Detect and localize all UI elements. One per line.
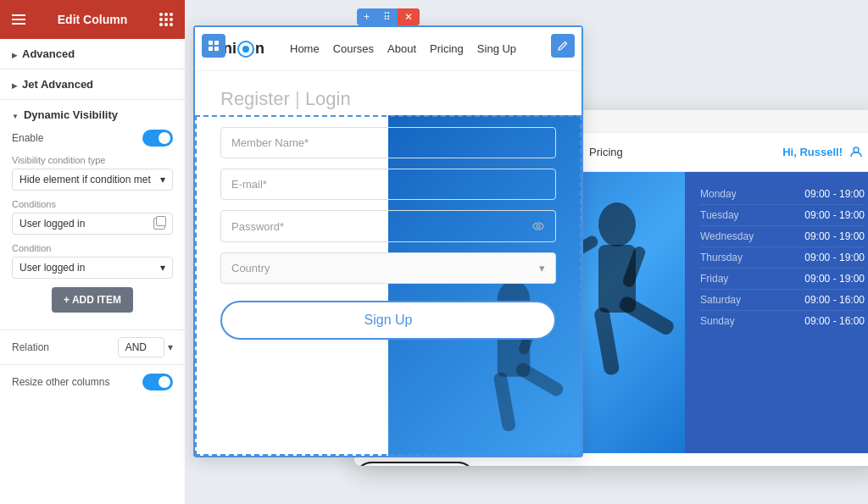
svg-point-17 bbox=[533, 223, 543, 230]
pencil-edit-btn[interactable] bbox=[551, 34, 575, 58]
canvas-nav: Uni n Home Courses About Pricing Sing Up bbox=[195, 27, 581, 71]
pencil-icon bbox=[557, 40, 569, 52]
resize-toggle[interactable] bbox=[142, 374, 173, 390]
canvas-nav-home[interactable]: Home bbox=[290, 42, 320, 55]
relation-select[interactable]: AND bbox=[118, 337, 164, 357]
schedule-friday: Friday 09:00 - 19:00 bbox=[700, 269, 865, 290]
grid-icon[interactable] bbox=[159, 13, 173, 26]
canvas-form-inner: Register | Login Member Name* E-mail* Pa… bbox=[195, 71, 581, 357]
arrow-right-icon bbox=[12, 47, 17, 60]
dynamic-visibility-section: Dynamic Visibility Enable Visibility con… bbox=[0, 100, 185, 330]
builder-canvas: + ⠿ ✕ Uni n H bbox=[193, 25, 583, 457]
chevron-down-icon-3: ▾ bbox=[168, 341, 173, 353]
panel-title: Edit Column bbox=[58, 13, 127, 26]
arrow-down-icon bbox=[12, 108, 19, 121]
visibility-condition-label: Visibility condition type bbox=[12, 155, 173, 165]
schedule-wednesday: Wednesday 09:00 - 19:00 bbox=[700, 226, 865, 247]
left-panel: Edit Column Advanced Jet Advanced Dynami… bbox=[0, 0, 185, 504]
sign-up-button[interactable]: Sign Up bbox=[220, 301, 556, 340]
canvas-nav-links: Home Courses About Pricing Sing Up bbox=[290, 42, 516, 55]
canvas-form: Register | Login Member Name* E-mail* Pa… bbox=[195, 71, 581, 357]
enable-row: Enable bbox=[12, 130, 173, 147]
preview-nav-greeting: Hi, Russell! bbox=[782, 146, 863, 159]
conditions-label: Conditions bbox=[12, 199, 173, 209]
country-select[interactable]: Country ▾ bbox=[220, 252, 556, 284]
eye-icon bbox=[531, 219, 545, 233]
copy-icon bbox=[153, 218, 165, 230]
advanced-section[interactable]: Advanced bbox=[0, 39, 185, 69]
preview-nav-pricing[interactable]: Pricing bbox=[589, 146, 623, 158]
toolbar-close-btn[interactable]: ✕ bbox=[398, 8, 420, 25]
svg-rect-9 bbox=[209, 47, 213, 51]
resize-label: Resize other columns bbox=[12, 376, 109, 388]
relation-row: Relation AND ▾ bbox=[0, 330, 185, 365]
form-title: Register | Login bbox=[220, 88, 556, 110]
schedule-thursday: Thursday 09:00 - 19:00 bbox=[700, 247, 865, 269]
svg-point-0 bbox=[854, 147, 859, 152]
canvas-form-container: Register | Login Member Name* E-mail* Pa… bbox=[195, 71, 581, 456]
member-name-input[interactable]: Member Name* bbox=[220, 127, 556, 158]
add-item-button[interactable]: + ADD ITEM bbox=[52, 287, 133, 313]
canvas-nav-pricing[interactable]: Pricing bbox=[430, 42, 464, 55]
schedule-monday: Monday 09:00 - 19:00 bbox=[700, 184, 865, 205]
grid-layout-icon bbox=[208, 40, 220, 52]
dynamic-visibility-header[interactable]: Dynamic Visibility bbox=[12, 108, 173, 130]
conditions-block: Conditions User logged in bbox=[12, 199, 173, 235]
edit-overlay-btn[interactable] bbox=[202, 34, 225, 58]
svg-rect-15 bbox=[493, 372, 517, 433]
resize-row: Resize other columns bbox=[0, 365, 185, 399]
svg-rect-10 bbox=[214, 47, 219, 51]
svg-rect-6 bbox=[617, 294, 676, 337]
enable-label: Enable bbox=[12, 132, 43, 144]
toolbar-move-btn[interactable]: ⠿ bbox=[376, 8, 398, 25]
toolbar-add-btn[interactable]: + bbox=[357, 8, 376, 25]
add-item-container: + ADD ITEM bbox=[12, 287, 173, 330]
condition-select[interactable]: User logged in ▾ bbox=[12, 257, 173, 279]
condition-block: Condition User logged in ▾ bbox=[12, 243, 173, 279]
svg-rect-5 bbox=[593, 307, 620, 376]
svg-point-1 bbox=[598, 202, 636, 246]
condition-label: Condition bbox=[12, 243, 173, 253]
chevron-down-icon-2: ▾ bbox=[160, 262, 165, 274]
svg-rect-16 bbox=[514, 361, 565, 398]
email-input[interactable]: E-mail* bbox=[220, 169, 556, 200]
arrow-right-icon-2 bbox=[12, 78, 17, 91]
canvas-logo-circle bbox=[237, 41, 254, 58]
hamburger-icon[interactable] bbox=[12, 14, 25, 25]
jet-advanced-label[interactable]: Jet Advanced bbox=[12, 78, 173, 91]
relation-label: Relation bbox=[12, 341, 49, 353]
schedule-saturday: Saturday 09:00 - 16:00 bbox=[700, 290, 865, 311]
dropdown-arrow-icon: ▾ bbox=[539, 262, 545, 274]
visibility-condition-type-block: Visibility condition type Hide element i… bbox=[12, 155, 173, 191]
canvas-toolbar: + ⠿ ✕ bbox=[357, 8, 420, 25]
canvas-nav-courses[interactable]: Courses bbox=[333, 42, 374, 55]
continue-button[interactable]: Continue → bbox=[354, 462, 476, 466]
svg-rect-7 bbox=[209, 41, 213, 45]
main-area: Uni n Home Courses About Pricing Hi, Rus… bbox=[185, 0, 868, 504]
chevron-down-icon: ▾ bbox=[160, 174, 165, 186]
visibility-condition-select[interactable]: Hide element if condition met ▾ bbox=[12, 169, 173, 191]
schedule-card: Monday 09:00 - 19:00 Tuesday 09:00 - 19:… bbox=[685, 172, 868, 453]
canvas-nav-signup[interactable]: Sing Up bbox=[477, 42, 516, 55]
schedule-sunday: Sunday 09:00 - 16:00 bbox=[700, 311, 865, 331]
user-icon bbox=[849, 146, 863, 159]
svg-point-18 bbox=[537, 224, 540, 228]
password-input[interactable]: Password* bbox=[220, 210, 556, 242]
advanced-label[interactable]: Advanced bbox=[12, 47, 173, 60]
jet-advanced-section[interactable]: Jet Advanced bbox=[0, 69, 185, 100]
schedule-tuesday: Tuesday 09:00 - 19:00 bbox=[700, 205, 865, 226]
panel-header: Edit Column bbox=[0, 0, 185, 39]
canvas-nav-about[interactable]: About bbox=[387, 42, 416, 55]
enable-toggle[interactable] bbox=[142, 130, 173, 147]
conditions-select[interactable]: User logged in bbox=[12, 213, 173, 235]
svg-rect-8 bbox=[214, 41, 219, 45]
